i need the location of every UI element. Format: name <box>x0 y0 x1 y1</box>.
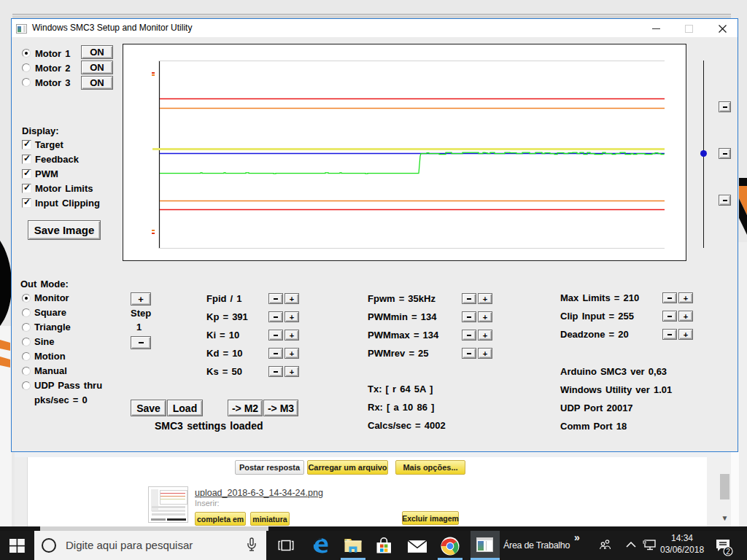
svg-text:2: 2 <box>726 548 730 556</box>
